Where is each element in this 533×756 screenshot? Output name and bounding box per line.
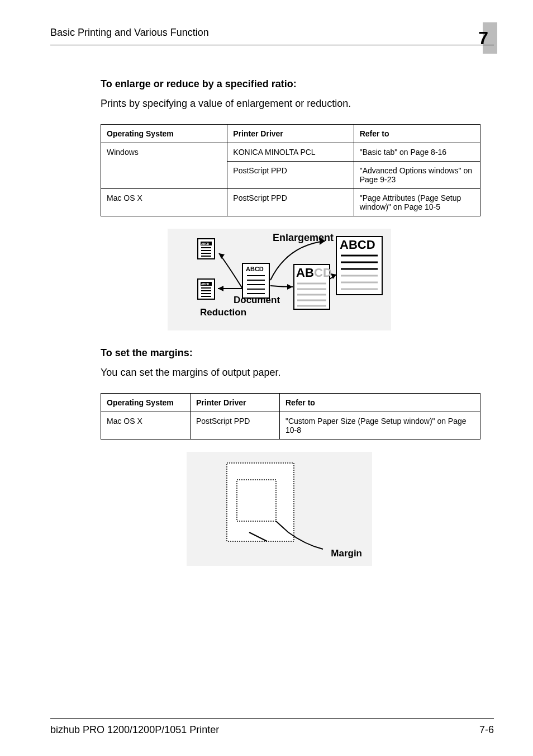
section2-paragraph: You can set the margins of output paper. [101, 367, 483, 379]
section1-heading: To enlarge or reduce by a specified rati… [101, 78, 483, 90]
section1-table: Operating System Printer Driver Refer to… [101, 124, 480, 216]
table-header: Refer to [354, 125, 480, 143]
table-row: Windows KONICA MINOLTA PCL "Basic tab" o… [101, 143, 480, 162]
table-cell: Windows [101, 143, 227, 189]
table-cell: PostScript PPD [227, 162, 354, 189]
page-content: To enlarge or reduce by a specified rati… [50, 78, 483, 566]
table-row: Mac OS X PostScript PPD "Page Attributes… [101, 189, 480, 216]
table-header: Printer Driver [191, 394, 280, 412]
svg-marker-13 [218, 286, 223, 291]
table-cell: "Advanced Options windows" on Page 9-23 [354, 162, 480, 189]
table-cell: Mac OS X [101, 412, 191, 440]
footer-left: bizhub PRO 1200/1200P/1051 Printer [50, 724, 219, 736]
enlargement-label: Enlargement [273, 232, 334, 244]
svg-text:AB: AB [296, 266, 314, 280]
table-header: Operating System [101, 125, 227, 143]
abcd-sm-text: ABCD [246, 266, 264, 272]
margin-svg [193, 461, 365, 556]
document-label: Document [234, 295, 280, 306]
abcd-icon-text: ABCD [201, 282, 210, 286]
abcd-big-text: ABCD [340, 238, 375, 252]
svg-marker-21 [287, 284, 293, 290]
table-cell: "Basic tab" on Page 8-16 [354, 143, 480, 162]
enlarge-reduce-diagram: Enlargement Document Reduction ABCD [168, 229, 391, 330]
header-rule [50, 45, 494, 45]
margin-diagram: Margin [187, 452, 372, 566]
table-cell: PostScript PPD [191, 412, 280, 440]
section2-heading: To set the margins: [101, 347, 483, 359]
chapter-number: 7 [478, 28, 488, 49]
running-title: Basic Printing and Various Function [50, 27, 209, 39]
table-cell: PostScript PPD [227, 189, 354, 216]
svg-text:CD: CD [314, 266, 332, 280]
reduction-label: Reduction [200, 307, 246, 318]
table-header: Printer Driver [227, 125, 354, 143]
table-cell: "Custom Paper Size (Page Setup window)" … [280, 412, 480, 440]
svg-marker-12 [219, 253, 225, 259]
chapter-tab: 7 [468, 27, 494, 58]
table-cell: KONICA MINOLTA PCL [227, 143, 354, 162]
table-cell: Mac OS X [101, 189, 227, 216]
table-header: Operating System [101, 394, 191, 412]
abcd-icon-text: ABCD [201, 242, 210, 245]
table-row: Mac OS X PostScript PPD "Custom Paper Si… [101, 412, 480, 440]
table-header: Refer to [280, 394, 480, 412]
table-cell: "Page Attributes (Page Setup window)" on… [354, 189, 480, 216]
footer-right: 7-6 [479, 724, 494, 736]
section1-paragraph: Prints by specifying a value of enlargem… [101, 98, 483, 110]
page-footer: bizhub PRO 1200/1200P/1051 Printer 7-6 [50, 718, 494, 736]
margin-label: Margin [331, 548, 362, 559]
section2-table: Operating System Printer Driver Refer to… [101, 393, 480, 440]
